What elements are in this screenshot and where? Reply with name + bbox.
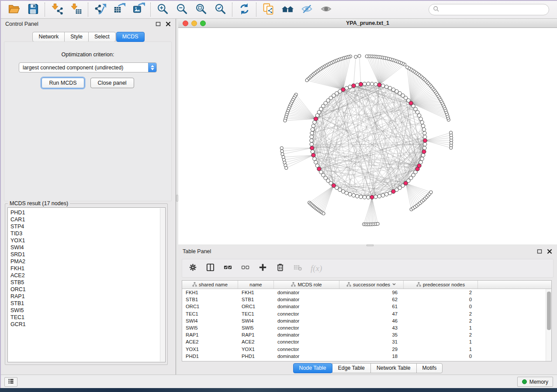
graph-node[interactable] xyxy=(374,195,377,199)
search-field[interactable] xyxy=(442,5,549,14)
open-file-button[interactable] xyxy=(5,2,22,17)
mcds-list-scrollbar[interactable] xyxy=(160,208,165,361)
graph-leaf-node[interactable] xyxy=(376,222,379,225)
graph-node[interactable] xyxy=(381,84,384,87)
table-row[interactable]: RAP1RAP1dominator352 xyxy=(182,331,551,338)
mcds-result-item[interactable]: STB1 xyxy=(8,300,165,307)
graph-node[interactable] xyxy=(348,85,352,89)
export-network-button[interactable] xyxy=(92,2,108,17)
graph-leaf-node[interactable] xyxy=(280,147,283,150)
graph-node[interactable] xyxy=(388,86,392,90)
graph-leaf-node[interactable] xyxy=(365,55,368,58)
optimization-criterion-dropdown[interactable]: largest connected component (undirected) xyxy=(19,62,157,72)
graph-node[interactable] xyxy=(370,82,374,86)
graph-node[interactable] xyxy=(352,193,355,197)
graph-node[interactable] xyxy=(367,82,370,86)
graph-node[interactable] xyxy=(391,88,395,91)
table-scrollbar[interactable] xyxy=(546,289,551,361)
mcds-result-item[interactable]: ORC1 xyxy=(8,286,165,293)
export-table-button[interactable] xyxy=(111,2,128,17)
select-all-button[interactable] xyxy=(223,263,232,274)
mcds-result-list[interactable]: PHD1CAR1STP4TID3YOX1SWI4SRD1PMA2FKH1ACE2… xyxy=(7,207,166,362)
graph-leaf-node[interactable] xyxy=(358,55,361,58)
task-history-button[interactable] xyxy=(4,377,17,387)
graph-node[interactable] xyxy=(363,82,366,86)
close-panel-button[interactable]: Close panel xyxy=(90,78,134,88)
window-minimize-button[interactable] xyxy=(191,21,197,26)
table-row[interactable]: SWI5SWI5connector431 xyxy=(182,324,551,331)
graph-node[interactable] xyxy=(423,135,427,138)
tab-style[interactable]: Style xyxy=(64,32,89,42)
mcds-result-item[interactable]: FKH1 xyxy=(8,265,165,272)
graph-node[interactable] xyxy=(311,127,314,131)
tab-node-table[interactable]: Node Table xyxy=(293,363,332,373)
graph-mcds-node[interactable] xyxy=(359,83,363,86)
graph-node[interactable] xyxy=(310,135,313,138)
graph-node[interactable] xyxy=(313,157,316,161)
mcds-result-item[interactable]: PHD1 xyxy=(8,209,165,216)
table-row[interactable]: PHD1PHD1dominator180 xyxy=(182,353,551,360)
graph-mcds-node[interactable] xyxy=(422,150,426,154)
mcds-result-item[interactable]: SWI5 xyxy=(8,307,165,314)
delete-column-button[interactable] xyxy=(276,263,285,274)
fx-function-builder-button[interactable]: f(x) xyxy=(311,264,322,273)
deselect-all-button[interactable] xyxy=(241,263,250,274)
column-settings-button[interactable] xyxy=(188,263,197,274)
graph-node[interactable] xyxy=(311,150,314,153)
show-all-button[interactable] xyxy=(318,2,334,17)
tab-network-table[interactable]: Network Table xyxy=(370,363,417,373)
mcds-result-item[interactable]: SRD1 xyxy=(8,251,165,258)
graph-node[interactable] xyxy=(420,157,424,161)
graph-mcds-node[interactable] xyxy=(352,84,356,88)
table-scrollbar-thumb[interactable] xyxy=(547,292,551,330)
graph-node[interactable] xyxy=(363,196,366,199)
mcds-result-item[interactable]: PMA2 xyxy=(8,258,165,265)
graph-node[interactable] xyxy=(377,194,381,198)
dropdown-stepper-icon[interactable] xyxy=(148,62,156,72)
run-mcds-button[interactable]: Run MCDS xyxy=(42,78,84,88)
table-row[interactable]: YOX1YOX1connector291 xyxy=(182,346,551,353)
mcds-result-item[interactable]: CAR1 xyxy=(8,216,165,223)
window-maximize-button[interactable] xyxy=(200,21,206,26)
zoom-selected-button[interactable] xyxy=(212,2,228,17)
graph-node[interactable] xyxy=(374,83,377,86)
graph-mcds-node[interactable] xyxy=(311,153,315,157)
table-row[interactable]: STB1STB1dominator620 xyxy=(182,296,551,303)
graph-mcds-node[interactable] xyxy=(377,83,381,87)
first-neighbors-button[interactable] xyxy=(279,2,296,17)
table-row[interactable]: ACE2ACE2connector311 xyxy=(182,338,551,345)
graph-node[interactable] xyxy=(421,153,425,157)
hide-selected-button[interactable] xyxy=(298,2,315,17)
toggle-columns-button[interactable] xyxy=(206,263,215,274)
graph-leaf-node[interactable] xyxy=(406,66,409,69)
column-header-shared-name[interactable]: shared name xyxy=(182,281,238,289)
table-row[interactable]: TEC1TEC1connector472 xyxy=(182,310,551,317)
mcds-result-item[interactable]: TID3 xyxy=(8,230,165,237)
mcds-result-item[interactable]: GCR1 xyxy=(8,321,165,328)
close-panel-icon[interactable] xyxy=(547,248,553,254)
network-window-titlebar[interactable]: YPA_prune.txt_1 xyxy=(178,19,557,28)
graph-node[interactable] xyxy=(355,194,359,198)
graph-node[interactable] xyxy=(419,161,422,164)
zoom-out-button[interactable] xyxy=(173,2,190,17)
graph-node[interactable] xyxy=(423,131,426,135)
graph-node[interactable] xyxy=(421,124,425,127)
graph-node[interactable] xyxy=(313,120,316,124)
tab-network[interactable]: Network xyxy=(32,32,65,42)
add-column-button[interactable] xyxy=(258,263,267,274)
tab-motifs[interactable]: Motifs xyxy=(416,363,443,373)
graph-node[interactable] xyxy=(423,142,427,146)
table-row[interactable]: ORC1ORC1dominator610 xyxy=(182,303,551,310)
graph-node[interactable] xyxy=(355,83,359,86)
graph-node[interactable] xyxy=(341,189,345,193)
zoom-fit-button[interactable] xyxy=(193,2,209,17)
tab-select[interactable]: Select xyxy=(88,32,116,42)
column-header-MCDS-role[interactable]: MCDS role xyxy=(274,281,339,289)
network-canvas[interactable] xyxy=(178,28,557,244)
graph-node[interactable] xyxy=(381,193,384,197)
network-graph[interactable] xyxy=(178,28,557,244)
graph-node[interactable] xyxy=(310,142,313,146)
float-panel-icon[interactable] xyxy=(536,248,543,254)
graph-leaf-node[interactable] xyxy=(281,153,284,156)
zoom-in-button[interactable] xyxy=(154,2,171,17)
